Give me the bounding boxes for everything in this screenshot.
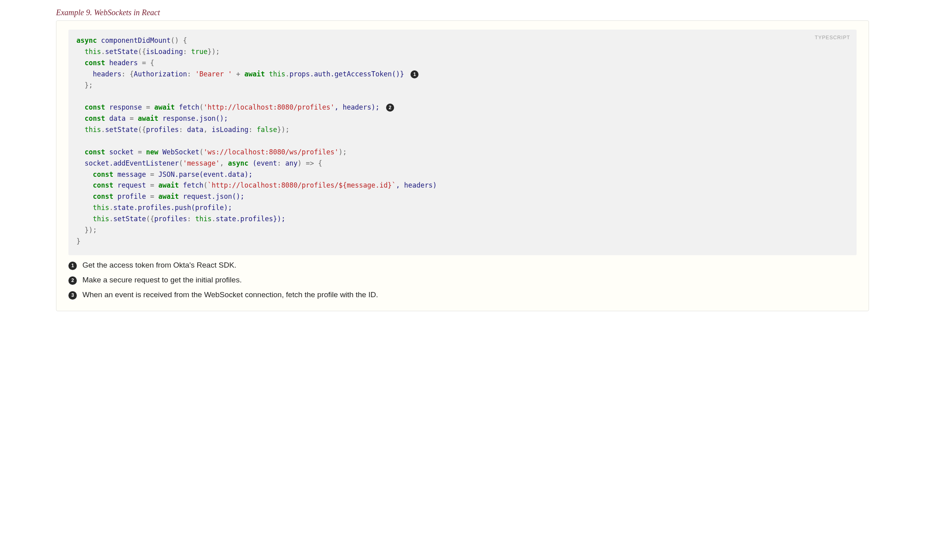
callout-item-1: 1 Get the access token from Okta's React… — [68, 261, 857, 270]
callout-item-3: 3 When an event is received from the Web… — [68, 290, 857, 300]
callout-text-2: Make a secure request to get the initial… — [82, 276, 242, 284]
example-block: TYPESCRIPT async componentDidMount() { t… — [56, 20, 869, 311]
callout-num-1-inline: 1 — [410, 70, 418, 78]
callout-num-2: 2 — [68, 276, 77, 285]
callout-num-2-inline: 2 — [386, 104, 394, 112]
code-content: async componentDidMount() { this.setStat… — [76, 35, 849, 247]
callout-text-1: Get the access token from Okta's React S… — [82, 261, 236, 270]
callout-num-3: 3 — [68, 291, 77, 300]
callout-num-1: 1 — [68, 262, 77, 270]
example-title: Example 9. WebSockets in React — [56, 8, 869, 17]
code-block: TYPESCRIPT async componentDidMount() { t… — [68, 30, 857, 255]
callout-list: 1 Get the access token from Okta's React… — [68, 261, 857, 300]
callout-text-3: When an event is received from the WebSo… — [82, 290, 378, 299]
callout-item-2: 2 Make a secure request to get the initi… — [68, 276, 857, 285]
language-label: TYPESCRIPT — [815, 34, 851, 42]
